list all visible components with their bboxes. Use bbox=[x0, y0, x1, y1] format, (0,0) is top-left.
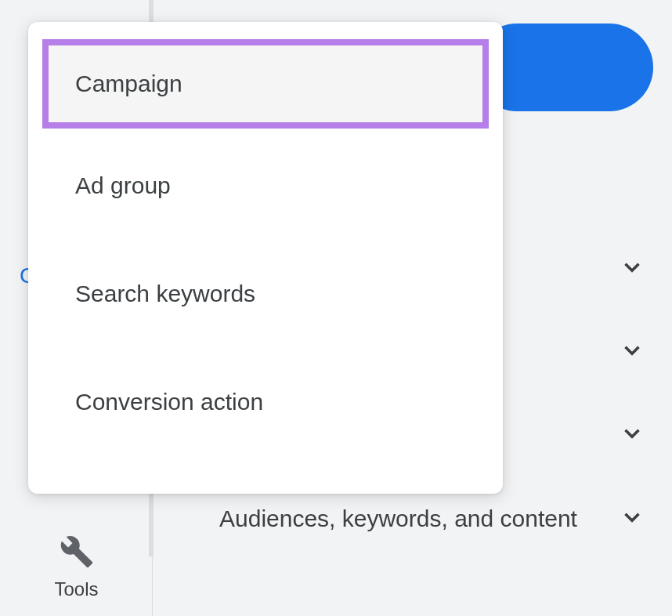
chevron-down-icon bbox=[619, 337, 645, 367]
chevron-down-icon bbox=[619, 254, 645, 284]
tools-icon bbox=[0, 534, 153, 572]
chevron-down-icon bbox=[619, 420, 645, 450]
chevron-down-icon bbox=[619, 504, 645, 534]
accordion-label: Audiences, keywords, and content bbox=[219, 503, 619, 535]
menu-item-conversion-action[interactable]: Conversion action bbox=[28, 348, 503, 456]
create-dropdown-menu: Campaign Ad group Search keywords Conver… bbox=[28, 22, 503, 494]
menu-item-campaign[interactable]: Campaign bbox=[42, 39, 489, 129]
menu-item-ad-group[interactable]: Ad group bbox=[28, 132, 503, 240]
sidebar-tools[interactable]: Tools bbox=[0, 534, 153, 600]
menu-item-search-keywords[interactable]: Search keywords bbox=[28, 240, 503, 348]
tools-label: Tools bbox=[0, 578, 153, 600]
